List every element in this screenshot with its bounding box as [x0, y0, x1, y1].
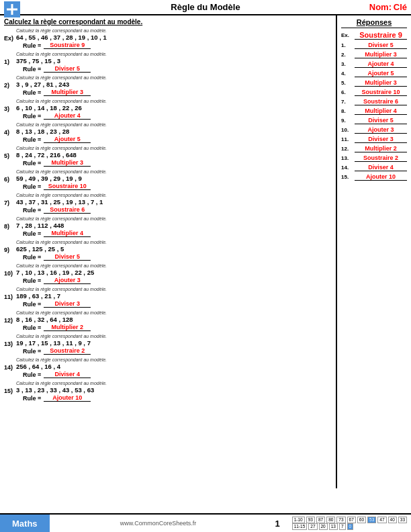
answer-value: Soustraire 2	[355, 154, 407, 162]
problem-row: 12)Calculez la règle correspondant au mo…	[4, 310, 332, 331]
problem-content: Calculez la règle correspondant au modèl…	[16, 310, 332, 331]
score-cell: 33	[398, 517, 407, 523]
problem-row: 14)Calculez la règle correspondant au mo…	[4, 357, 332, 378]
problem-num: 13)	[4, 334, 16, 347]
problem-subtitle: Calculez la règle correspondant au modèl…	[16, 75, 332, 80]
rule-value: Ajouter 4	[44, 112, 91, 120]
problem-numbers: 3 , 9 , 27 , 81 , 243	[16, 81, 332, 88]
problem-content: Calculez la règle correspondant au modèl…	[16, 263, 332, 284]
answer-num: Ex.	[341, 32, 355, 38]
problem-row: 15)Calculez la règle correspondant au mo…	[4, 381, 332, 402]
answer-value: Ajouter 5	[355, 70, 407, 77]
score-cell: 93	[306, 517, 315, 523]
problem-num: Ex)	[4, 28, 16, 42]
instructions: Calculez la règle correspondant au modèl…	[4, 18, 332, 26]
answers-section: Réponses Ex.Soustraire 91.Diviser 52.Mul…	[337, 15, 411, 488]
problem-subtitle: Calculez la règle correspondant au modèl…	[16, 334, 332, 339]
problem-row: 5)Calculez la règle correspondant au mod…	[4, 146, 332, 167]
problem-content: Calculez la règle correspondant au modèl…	[16, 381, 332, 402]
answer-row: 13.Soustraire 2	[341, 154, 407, 162]
answer-value: Multiplier 4	[355, 107, 407, 115]
answer-row: 12.Multiplier 2	[341, 145, 407, 152]
rule-line: Rule =Ajouter 10	[23, 394, 332, 402]
problem-numbers: 59 , 49 , 39 , 29 , 19 , 9	[16, 175, 332, 182]
problem-num: 11)	[4, 287, 16, 300]
problem-row: 10)Calculez la règle correspondant au mo…	[4, 263, 332, 284]
rule-value: Soustraire 9	[44, 42, 91, 49]
problem-content: Calculez la règle correspondant au modèl…	[16, 52, 332, 73]
score-cell: 7	[339, 523, 346, 530]
answer-value: Ajouter 10	[355, 173, 407, 181]
problem-subtitle: Calculez la règle correspondant au modèl…	[16, 28, 332, 33]
problem-content: Calculez la règle correspondant au modèl…	[16, 146, 332, 167]
problem-numbers: 3 , 13 , 23 , 33 , 43 , 53 , 63	[16, 386, 332, 394]
problem-row: 6)Calculez la règle correspondant au mod…	[4, 169, 332, 190]
score-cell: 13	[329, 523, 338, 530]
footer: Maths www.CommonCoreSheets.fr 1 1-109387…	[0, 513, 411, 532]
answer-num: 5.	[341, 80, 355, 86]
footer-website: www.CommonCoreSheets.fr	[50, 520, 267, 527]
problem-numbers: 8 , 24 , 72 , 216 , 648	[16, 151, 332, 159]
problem-num: 3)	[4, 99, 16, 112]
problem-numbers: 6 , 10 , 14 , 18 , 22 , 26	[16, 104, 332, 112]
problem-numbers: 256 , 64 , 16 , 4	[16, 363, 332, 370]
rule-line: Rule =Ajouter 5	[23, 136, 332, 143]
rule-value: Multiplier 4	[44, 230, 91, 237]
rule-label: Rule =	[23, 395, 41, 402]
answer-value: Diviser 5	[355, 117, 407, 124]
answer-value: Soustraire 6	[355, 98, 407, 105]
problem-content: Calculez la règle correspondant au modèl…	[16, 357, 332, 378]
rule-line: Rule =Multiplier 3	[23, 159, 332, 167]
answers-title: Réponses	[341, 18, 407, 28]
score-row: 11-1527201370	[292, 523, 407, 530]
score-cell: 87	[316, 517, 325, 523]
footer-page: 1	[267, 519, 287, 529]
rule-value: Diviser 3	[44, 300, 91, 308]
answer-num: 2.	[341, 52, 355, 58]
problem-numbers: 19 , 17 , 15 , 13 , 11 , 9 , 7	[16, 339, 332, 347]
problem-content: Calculez la règle correspondant au modèl…	[16, 169, 332, 190]
rule-label: Rule =	[23, 183, 41, 190]
answer-value: Diviser 5	[355, 42, 407, 49]
problem-content: Calculez la règle correspondant au modèl…	[16, 240, 332, 261]
answer-row: 9.Diviser 5	[341, 117, 407, 124]
problem-num: 14)	[4, 357, 16, 371]
problem-subtitle: Calculez la règle correspondant au modèl…	[16, 381, 332, 386]
problem-num: 8)	[4, 216, 16, 230]
problem-num: 15)	[4, 381, 16, 394]
answer-row: 6.Soustraire 10	[341, 89, 407, 96]
answer-num: 12.	[341, 146, 355, 152]
page-title: Règle du Modèle	[171, 2, 240, 12]
problem-num: 5)	[4, 146, 16, 159]
problem-row: 9)Calculez la règle correspondant au mod…	[4, 240, 332, 261]
problem-row: 2)Calculez la règle correspondant au mod…	[4, 75, 332, 96]
answer-row: 10.Ajouter 3	[341, 126, 407, 134]
answer-value: Diviser 3	[355, 136, 407, 143]
problem-num: 12)	[4, 310, 16, 324]
answer-row: 1.Diviser 5	[341, 42, 407, 49]
rule-label: Rule =	[23, 42, 41, 49]
problem-numbers: 375 , 75 , 15 , 3	[16, 57, 332, 64]
answer-row: 4.Ajouter 5	[341, 70, 407, 77]
answer-num: 1.	[341, 42, 355, 48]
rule-label: Rule =	[23, 66, 41, 73]
rule-line: Rule =Diviser 4	[23, 371, 332, 378]
problem-subtitle: Calculez la règle correspondant au modèl…	[16, 357, 332, 362]
problem-content: Calculez la règle correspondant au modèl…	[16, 334, 332, 355]
score-cell: 67	[347, 517, 356, 523]
footer-scores: 1-109387807367605347403311-1527201370	[288, 517, 411, 531]
answer-row: 15.Ajouter 10	[341, 173, 407, 181]
answer-value: Multiplier 2	[355, 145, 407, 152]
problem-content: Calculez la règle correspondant au modèl…	[16, 216, 332, 237]
problem-content: Calculez la règle correspondant au modèl…	[16, 28, 332, 49]
answer-value: Multiplier 3	[355, 79, 407, 87]
answer-row: 2.Multiplier 3	[341, 51, 407, 58]
answer-num: 3.	[341, 61, 355, 67]
left-section: Calculez la règle correspondant au modèl…	[0, 15, 337, 488]
answer-num: 4.	[341, 71, 355, 77]
score-cell: 47	[377, 517, 386, 523]
problem-content: Calculez la règle correspondant au modèl…	[16, 75, 332, 96]
problems-container: Ex)Calculez la règle correspondant au mo…	[4, 28, 332, 402]
rule-label: Rule =	[23, 136, 41, 143]
problem-numbers: 8 , 13 , 18 , 23 , 28	[16, 128, 332, 135]
